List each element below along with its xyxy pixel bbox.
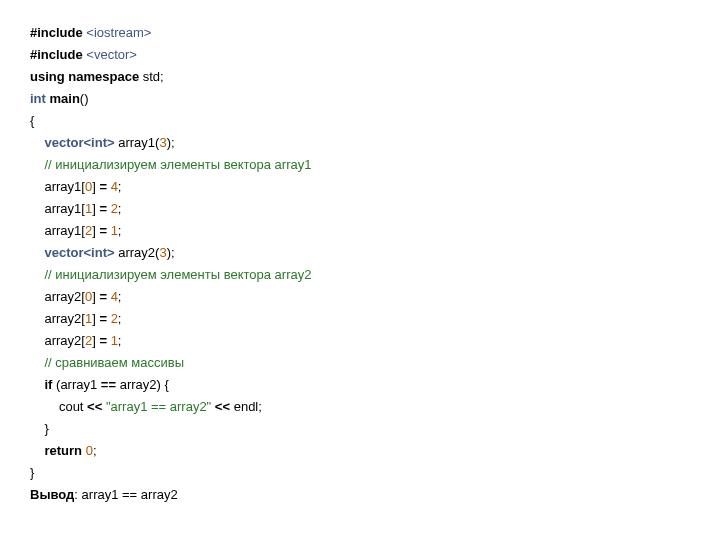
id-array1: array1 xyxy=(44,201,81,216)
assign: = xyxy=(96,201,111,216)
insert: << xyxy=(83,399,105,414)
kw-int: int xyxy=(91,135,107,150)
rpar: ) xyxy=(84,91,88,106)
num-0: 0 xyxy=(86,443,93,458)
semi: ; xyxy=(160,69,164,84)
num-4: 4 xyxy=(111,289,118,304)
preproc: #include xyxy=(30,47,86,62)
code-block: #include <iostream> #include <vector> us… xyxy=(0,0,720,528)
kw-int: int xyxy=(91,245,107,260)
semi: ; xyxy=(171,245,175,260)
assign: = xyxy=(96,223,111,238)
id-array2: array2 xyxy=(44,311,81,326)
id-array2: array2 xyxy=(120,377,157,392)
semi: ; xyxy=(118,289,122,304)
string-literal: "array1 == array2" xyxy=(106,399,211,414)
num-1: 1 xyxy=(111,333,118,348)
num-3: 3 xyxy=(159,135,166,150)
assign: = xyxy=(96,333,111,348)
vector-close: > xyxy=(107,135,115,150)
id-array2: array2 xyxy=(118,245,155,260)
kw-namespace: namespace xyxy=(68,69,139,84)
insert: << xyxy=(211,399,233,414)
assign: = xyxy=(96,289,111,304)
semi: ; xyxy=(118,311,122,326)
header-iostream: <iostream> xyxy=(86,25,151,40)
id-array1: array1 xyxy=(44,223,81,238)
num-1: 1 xyxy=(111,223,118,238)
num-2: 2 xyxy=(111,311,118,326)
lbrace: { xyxy=(30,113,34,128)
id-cout: cout xyxy=(59,399,84,414)
assign: = xyxy=(96,311,111,326)
output-text: : array1 == array2 xyxy=(74,487,177,502)
kw-using: using xyxy=(30,69,65,84)
comment-init2: // инициализируем элементы вектора array… xyxy=(44,267,311,282)
fn-main: main xyxy=(50,91,80,106)
id-array2: array2 xyxy=(44,289,81,304)
comment-compare: // сравниваем массивы xyxy=(44,355,184,370)
assign: = xyxy=(96,179,111,194)
preproc: #include xyxy=(30,25,86,40)
kw-return: return xyxy=(44,443,82,458)
id-array2: array2 xyxy=(44,333,81,348)
num-3: 3 xyxy=(159,245,166,260)
num-4: 4 xyxy=(111,179,118,194)
header-vector: <vector> xyxy=(86,47,137,62)
comment-init1: // инициализируем элементы вектора array… xyxy=(44,157,311,172)
num-2: 2 xyxy=(111,201,118,216)
lbrace: { xyxy=(164,377,168,392)
vector-close: > xyxy=(107,245,115,260)
semi: ; xyxy=(118,179,122,194)
semi: ; xyxy=(118,223,122,238)
vector-open: vector< xyxy=(44,245,91,260)
semi: ; xyxy=(171,135,175,150)
id-endl: endl xyxy=(234,399,259,414)
eqeq: == xyxy=(97,377,119,392)
semi: ; xyxy=(118,201,122,216)
kw-int: int xyxy=(30,91,46,106)
id-std: std xyxy=(143,69,160,84)
semi: ; xyxy=(93,443,97,458)
semi: ; xyxy=(258,399,262,414)
id-array1: array1 xyxy=(60,377,97,392)
id-array1: array1 xyxy=(44,179,81,194)
id-array1: array1 xyxy=(118,135,155,150)
vector-open: vector< xyxy=(44,135,91,150)
rbrace: } xyxy=(30,465,34,480)
semi: ; xyxy=(118,333,122,348)
rbrace: } xyxy=(44,421,48,436)
output-label: Вывод xyxy=(30,487,74,502)
